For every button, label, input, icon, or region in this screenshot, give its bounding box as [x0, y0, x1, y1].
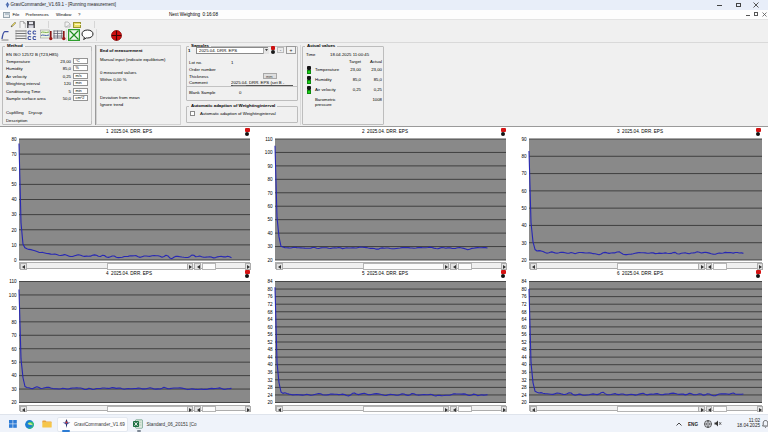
svg-text:60: 60	[521, 325, 527, 330]
svg-text:24: 24	[521, 393, 527, 398]
svg-text:68: 68	[521, 310, 527, 315]
svg-text:84: 84	[521, 279, 527, 284]
svg-text:44: 44	[521, 355, 527, 360]
svg-text:52: 52	[521, 340, 527, 345]
svg-text:76: 76	[521, 294, 527, 299]
svg-text:48: 48	[521, 347, 527, 352]
svg-text:72: 72	[521, 302, 527, 307]
svg-text:20: 20	[521, 400, 527, 405]
svg-text:32: 32	[521, 378, 527, 383]
svg-text:56: 56	[521, 332, 527, 337]
svg-text:80: 80	[521, 287, 527, 292]
svg-text:40: 40	[521, 362, 527, 367]
svg-text:28: 28	[521, 385, 527, 390]
svg-text:64: 64	[521, 317, 527, 322]
svg-text:36: 36	[521, 370, 527, 375]
